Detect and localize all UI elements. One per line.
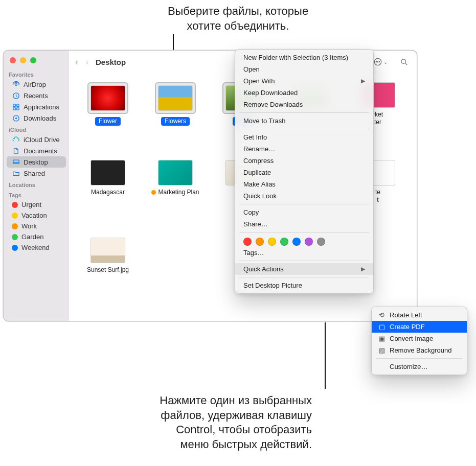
submenu-rotate-left[interactable]: ⟲Rotate Left xyxy=(372,309,467,321)
menu-rename[interactable]: Rename… xyxy=(235,143,373,155)
sidebar-item-airdrop[interactable]: AirDrop xyxy=(7,79,66,90)
submenu-convert-image[interactable]: ▣Convert Image xyxy=(372,333,467,344)
thumbnail-selected xyxy=(155,82,196,114)
submenu-customize[interactable]: Customize… xyxy=(372,361,467,372)
apps-icon xyxy=(12,103,20,111)
sidebar-item-icloud-drive[interactable]: iCloud Drive xyxy=(7,134,66,145)
menu-tag-colors xyxy=(235,235,373,247)
tag-dot-yellow xyxy=(12,213,18,219)
chevron-right-icon: ▶ xyxy=(361,266,365,272)
sidebar-item-label: iCloud Drive xyxy=(24,136,60,144)
sidebar-section-icloud: iCloud xyxy=(4,124,69,134)
tag-indicator-orange xyxy=(151,190,156,195)
tag-color-orange[interactable] xyxy=(256,238,264,246)
remove-bg-icon: ▨ xyxy=(378,346,386,354)
file-name: Flowers xyxy=(161,117,190,126)
submenu-create-pdf[interactable]: ▢Create PDF xyxy=(372,321,467,333)
back-button[interactable]: ‹ xyxy=(75,57,78,67)
menu-move-to-trash[interactable]: Move to Trash xyxy=(235,115,373,127)
desktop-icon xyxy=(12,158,20,166)
sidebar-item-label: Desktop xyxy=(24,158,48,166)
submenu-remove-background[interactable]: ▨Remove Background xyxy=(372,344,467,356)
folder-icon xyxy=(12,169,20,177)
annotation-top: Выберите файлы, которые хотите объединит… xyxy=(0,4,476,33)
rotate-icon: ⟲ xyxy=(378,311,386,319)
zoom-button[interactable] xyxy=(30,57,36,63)
menu-copy[interactable]: Copy xyxy=(235,206,373,218)
sidebar-tag-urgent[interactable]: Urgent xyxy=(7,199,66,210)
tag-color-blue[interactable] xyxy=(292,238,301,246)
menu-new-folder-selection[interactable]: New Folder with Selection (3 Items) xyxy=(235,52,373,63)
sidebar-item-label: Urgent xyxy=(21,201,41,208)
sidebar-tag-weekend[interactable]: Weekend xyxy=(7,242,66,253)
menu-share[interactable]: Share… xyxy=(235,218,373,230)
sidebar-tag-vacation[interactable]: Vacation xyxy=(7,210,66,221)
menu-open-with[interactable]: Open With▶ xyxy=(235,75,373,87)
sidebar-item-documents[interactable]: Documents xyxy=(7,145,66,156)
file-name: Marketing Plan xyxy=(151,189,199,196)
menu-separator xyxy=(239,204,369,204)
doc-icon: ▢ xyxy=(378,323,386,331)
doc-icon xyxy=(12,147,20,155)
sidebar-item-downloads[interactable]: Downloads xyxy=(7,112,66,124)
menu-separator xyxy=(239,112,369,113)
sidebar-item-label: Garden xyxy=(21,233,43,241)
sidebar-item-applications[interactable]: Applications xyxy=(7,101,66,112)
menu-set-desktop-picture[interactable]: Set Desktop Picture xyxy=(235,279,373,291)
file-name: Madagascar xyxy=(91,189,125,196)
file-item[interactable]: Flowers xyxy=(144,82,207,149)
menu-separator xyxy=(239,261,369,261)
sidebar-section-locations: Locations xyxy=(4,179,69,189)
menu-tags[interactable]: Tags… xyxy=(235,247,373,259)
sidebar-item-label: AirDrop xyxy=(24,81,46,88)
search-button[interactable] xyxy=(398,57,411,67)
menu-quick-look[interactable]: Quick Look xyxy=(235,190,373,202)
sidebar-item-label: Work xyxy=(21,222,37,230)
sidebar-item-label: Weekend xyxy=(21,244,50,251)
sidebar-item-label: Downloads xyxy=(24,114,56,122)
file-item[interactable]: Madagascar xyxy=(76,160,140,226)
file-item[interactable]: Marketing Plan xyxy=(144,160,207,226)
menu-remove-downloads[interactable]: Remove Downloads xyxy=(235,99,373,110)
sidebar-item-recents[interactable]: Recents xyxy=(7,90,66,101)
menu-make-alias[interactable]: Make Alias xyxy=(235,178,373,190)
downloads-icon xyxy=(12,114,20,122)
tag-color-red[interactable] xyxy=(243,238,252,246)
menu-compress[interactable]: Compress xyxy=(235,155,373,167)
tag-dot-orange xyxy=(12,223,18,229)
minimize-button[interactable] xyxy=(20,57,26,63)
file-item[interactable]: Sunset Surf.jpg xyxy=(76,238,140,304)
sidebar-item-shared[interactable]: Shared xyxy=(7,168,66,179)
menu-keep-downloaded[interactable]: Keep Downloaded xyxy=(235,87,373,99)
svg-point-24 xyxy=(401,59,406,63)
close-button[interactable] xyxy=(10,57,16,63)
image-icon: ▣ xyxy=(378,335,386,342)
sidebar-tag-work[interactable]: Work xyxy=(7,221,66,231)
thumbnail xyxy=(90,238,125,263)
svg-rect-3 xyxy=(16,104,18,106)
menu-separator xyxy=(239,277,369,277)
forward-button[interactable]: › xyxy=(85,57,88,67)
sidebar-tag-garden[interactable]: Garden xyxy=(7,231,66,242)
cloud-icon xyxy=(12,135,20,144)
tag-color-gray[interactable] xyxy=(317,238,325,246)
thumbnail-selected xyxy=(87,82,128,114)
menu-open[interactable]: Open xyxy=(235,63,373,75)
tag-color-green[interactable] xyxy=(280,238,288,246)
more-button[interactable]: ⌄ xyxy=(371,56,390,67)
thumbnail xyxy=(90,160,125,185)
tag-color-purple[interactable] xyxy=(305,238,313,246)
svg-rect-7 xyxy=(13,160,18,164)
file-name: Sunset Surf.jpg xyxy=(87,266,129,274)
clock-icon xyxy=(12,91,20,100)
tag-color-yellow[interactable] xyxy=(268,238,276,246)
tag-dot-red xyxy=(12,202,18,208)
file-item[interactable]: Flower xyxy=(76,82,140,149)
menu-duplicate[interactable]: Duplicate xyxy=(235,167,373,178)
menu-quick-actions[interactable]: Quick Actions▶ xyxy=(235,263,373,275)
svg-point-21 xyxy=(376,61,376,62)
menu-separator xyxy=(239,129,369,129)
svg-rect-5 xyxy=(16,107,18,109)
sidebar-item-desktop[interactable]: Desktop xyxy=(7,156,66,168)
menu-get-info[interactable]: Get Info xyxy=(235,131,373,143)
